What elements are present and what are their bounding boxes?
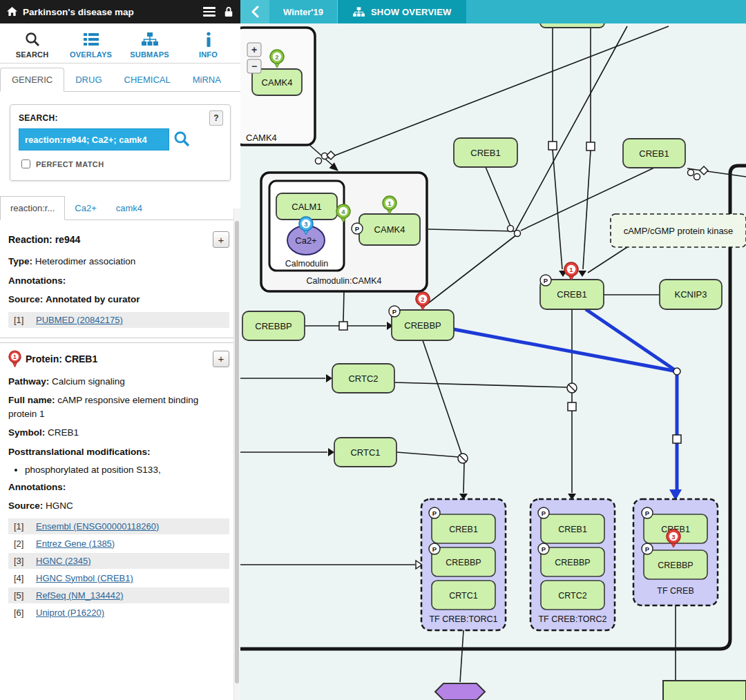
show-overview-button[interactable]: SHOW OVERVIEW (338, 0, 466, 23)
map-canvas[interactable]: CAMK4 CAMK4 CALM1 Ca2+ Calmodulin CAMK4 … (240, 23, 746, 700)
svg-text:P: P (432, 545, 437, 553)
svg-text:CREBBP: CREBBP (404, 320, 441, 331)
map-node-crtc1[interactable]: CRTC1 (334, 438, 396, 467)
svg-text:CREBBP: CREBBP (446, 558, 481, 567)
svg-text:Ca2+: Ca2+ (295, 235, 316, 246)
pubmed-link[interactable]: PUBMED (20842175) (36, 315, 123, 325)
protein-ptm-label: Posttranslational modifications: (8, 447, 151, 457)
home-icon[interactable] (7, 7, 17, 17)
uniprot-link[interactable]: Uniprot (P16220) (36, 607, 104, 618)
svg-text:P: P (432, 509, 437, 517)
svg-text:P: P (645, 509, 650, 517)
sidebar-scrollbar-thumb[interactable] (235, 221, 239, 683)
result-tabs: reaction:r... Ca2+ camk4 (0, 196, 240, 220)
result-tab-camk4[interactable]: camk4 (106, 197, 152, 220)
svg-text:Calmodulin: Calmodulin (285, 259, 329, 269)
tab-chemical[interactable]: CHEMICAL (113, 68, 182, 91)
svg-text:2: 2 (421, 295, 424, 303)
complex-tf-creb[interactable]: CREB1 CREBBP P P TF CREB (633, 499, 718, 605)
complex-tf-creb-torc2[interactable]: CREB1 CREBBP CRTC2 P P TF CREB:TORC2 (530, 499, 615, 630)
map-node-kcnip3[interactable]: KCNIP3 (660, 280, 722, 309)
svg-text:CREB1: CREB1 (639, 148, 669, 159)
protein-pathway-label: Pathway: (8, 376, 49, 387)
reaction-ref-row: [1] PUBMED (20842175) (8, 312, 229, 328)
protein-annotations-label: Annotations: (8, 482, 66, 492)
nav-overlays[interactable]: OVERLAYS (61, 30, 120, 59)
svg-text:3: 3 (304, 220, 307, 228)
protein-pathway-value: Calcium signaling (52, 376, 125, 387)
overview-sitemap-icon (353, 7, 365, 17)
sidebar-scrollbar[interactable] (233, 208, 240, 700)
search-icon (3, 30, 61, 48)
svg-text:CREB1: CREB1 (557, 289, 586, 300)
map-node-creb1-topright[interactable]: CREB1 (623, 139, 685, 168)
entrez-link[interactable]: Entrez Gene (1385) (36, 538, 115, 549)
tab-drug[interactable]: DRUG (64, 68, 113, 91)
protein-expand-button[interactable]: + (213, 351, 229, 367)
svg-text:1: 1 (13, 353, 17, 360)
reaction-title: Reaction: re944 (8, 234, 80, 245)
menu-icon[interactable] (200, 4, 218, 19)
reaction-expand-button[interactable]: + (213, 231, 229, 248)
ensembl-link[interactable]: Ensembl (ENSG00000118260) (36, 521, 159, 532)
app-title: Parkinson's disease map (23, 7, 134, 17)
protein-ref-row: [6] Uniprot (P16220) (8, 605, 229, 621)
map-node-camp-cgmp-kinase[interactable]: cAMP/cGMP protein kinase (611, 214, 746, 247)
search-submit-icon (173, 130, 190, 147)
map-version-button[interactable]: Winter'19 (269, 0, 338, 23)
svg-text:P: P (542, 509, 546, 517)
lock-icon[interactable] (224, 6, 233, 17)
hgnc-link[interactable]: HGNC (2345) (36, 556, 90, 566)
perfect-match-checkbox[interactable] (21, 159, 30, 168)
search-label: SEARCH: (19, 113, 222, 123)
hgnc-symbol-link[interactable]: HGNC Symbol (CREB1) (36, 573, 133, 583)
refseq-link[interactable]: RefSeq (NM_134442) (36, 590, 123, 601)
protein-source-label: Source: (8, 500, 43, 511)
complex-calmodulin-camk4[interactable]: CALM1 Ca2+ Calmodulin CAMK4 P Calmodulin… (261, 173, 427, 291)
svg-text:2: 2 (275, 53, 278, 61)
nav-search[interactable]: SEARCH (3, 30, 61, 59)
map-node-creb1-main[interactable]: CREB1 P (540, 275, 604, 309)
map-node-creb1-top[interactable]: CREB1 (454, 138, 517, 167)
result-tab-reaction[interactable]: reaction:r... (0, 196, 65, 220)
svg-text:CRTC1: CRTC1 (350, 447, 380, 458)
svg-text:P: P (542, 545, 546, 553)
reaction-annotations-label: Annotations: (8, 275, 66, 286)
help-button[interactable]: ? (209, 110, 223, 126)
svg-text:3: 3 (671, 533, 675, 541)
collapse-sidebar-button[interactable] (240, 0, 269, 23)
search-input[interactable] (19, 128, 169, 150)
protein-ptm-item: phosphorylated at position S133, (25, 465, 229, 475)
protein-title: Protein: CREB1 (26, 353, 97, 364)
app-window: Parkinson's disease map SEARCH OVERLAYS (0, 0, 746, 700)
tab-generic[interactable]: GENERIC (0, 68, 64, 92)
sidebar-nav: SEARCH OVERLAYS SUBMAPS INFO (0, 23, 240, 64)
overlays-icon (61, 30, 120, 48)
species-node-partial[interactable] (663, 681, 746, 700)
svg-text:CAMK4: CAMK4 (374, 224, 405, 235)
result-tab-ca2[interactable]: Ca2+ (65, 197, 106, 220)
map-area: Winter'19 SHOW OVERVIEW (240, 0, 746, 700)
nav-info[interactable]: INFO (179, 30, 238, 59)
map-node-crebbp-main[interactable]: CREBBP P (389, 306, 454, 340)
zoom-in-button[interactable]: + (247, 43, 261, 57)
search-submit-button[interactable] (172, 129, 191, 150)
nav-submaps[interactable]: SUBMAPS (120, 30, 179, 59)
svg-text:4: 4 (341, 208, 345, 215)
svg-text:1: 1 (388, 200, 392, 207)
map-node-top-partial[interactable] (540, 23, 604, 28)
svg-text:P: P (544, 277, 548, 284)
reaction-type-value: Heterodimer association (35, 256, 136, 266)
protein-ref-row: [1] Ensembl (ENSG00000118260) (8, 518, 229, 534)
map-node-crtc2[interactable]: CRTC2 (332, 364, 394, 393)
svg-text:cAMP/cGMP protein kinase: cAMP/cGMP protein kinase (624, 226, 734, 236)
svg-text:CRTC1: CRTC1 (449, 591, 477, 601)
svg-text:P: P (645, 545, 650, 553)
complex-tf-creb-torc1[interactable]: CREB1 CREBBP CRTC1 P P TF CREB:TORC1 (421, 499, 506, 630)
phenotype-node-partial[interactable] (435, 683, 485, 700)
map-node-crebbp-left[interactable]: CREBBP (242, 311, 305, 340)
zoom-out-button[interactable]: − (247, 59, 261, 73)
protein-ref-row: [2] Entrez Gene (1385) (8, 536, 229, 552)
svg-text:CREB1: CREB1 (449, 525, 478, 534)
tab-mirna[interactable]: MiRNA (182, 68, 232, 91)
